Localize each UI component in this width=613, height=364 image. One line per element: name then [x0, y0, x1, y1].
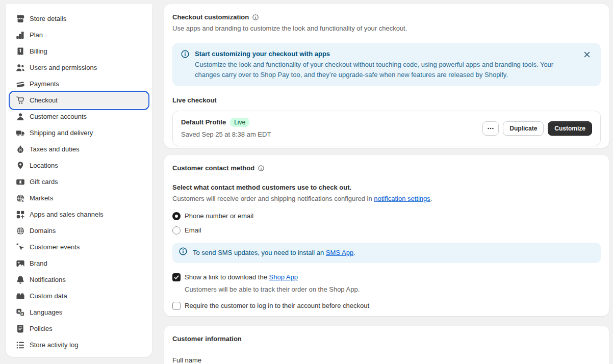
info-icon[interactable] [258, 165, 265, 172]
checkout-customization-card: Checkout customization Use apps and bran… [164, 4, 609, 148]
sidebar-item-customer-events[interactable]: Customer events [10, 239, 148, 255]
sidebar-item-plan[interactable]: Plan [10, 27, 148, 43]
card-title: Customer information [172, 334, 242, 344]
checkbox-checked-icon [172, 273, 181, 281]
sidebar-item-payments[interactable]: Payments [10, 76, 148, 92]
users-icon [15, 63, 25, 73]
notifications-bell-icon [15, 275, 25, 285]
banner-title: Start customizing your checkout with app… [195, 49, 576, 59]
checkout-cart-icon [15, 95, 25, 106]
markets-globe-icon: $ [15, 193, 25, 203]
notification-settings-link[interactable]: notification settings [374, 195, 430, 202]
sidebar-item-domains[interactable]: Domains [10, 223, 148, 239]
sidebar-item-label: Domains [30, 226, 56, 236]
sidebar-item-shipping-and-delivery[interactable]: Shipping and delivery [10, 125, 148, 141]
sidebar-item-label: Policies [30, 324, 53, 334]
sidebar-item-custom-data[interactable]: Custom data [10, 288, 148, 304]
card-subtitle: Use apps and branding to customize the l… [172, 23, 601, 34]
apps-info-banner: Start customizing your checkout with app… [172, 43, 601, 86]
settings-page: { "sidebar": { "items": [ {"label": "Sto… [0, 0, 613, 364]
customer-events-icon [15, 242, 25, 252]
sidebar-item-customer-accounts[interactable]: Customer accounts [10, 109, 148, 125]
activity-log-icon [15, 340, 25, 350]
sidebar-item-store-details[interactable]: Store details [10, 11, 148, 27]
live-checkout-heading: Live checkout [172, 95, 601, 106]
billing-icon [15, 46, 25, 57]
profile-saved-timestamp: Saved Sep 25 at 8:38 am EDT [181, 129, 271, 140]
radio-unselected-icon [172, 226, 181, 235]
sidebar-item-label: Notifications [30, 275, 66, 285]
store-icon [15, 14, 25, 24]
svg-text:$: $ [22, 199, 24, 202]
sidebar-item-label: Users and permissions [30, 63, 97, 73]
sms-banner-text: To send SMS updates, you need to install… [193, 248, 355, 258]
shop-app-link[interactable]: Shop App [269, 273, 298, 281]
sms-app-link[interactable]: SMS App [326, 249, 353, 256]
close-icon[interactable] [581, 49, 593, 60]
radio-phone-or-email[interactable]: Phone number or email [172, 211, 601, 221]
domains-globe-icon [15, 226, 25, 236]
sidebar-item-label: Apps and sales channels [30, 210, 104, 220]
ellipsis-icon [487, 124, 495, 133]
contact-method-description: Customers will receive order and shippin… [172, 194, 601, 204]
sidebar-item-label: Store activity log [30, 340, 78, 350]
radio-selected-icon [172, 212, 181, 220]
sidebar-item-notifications[interactable]: Notifications [10, 272, 148, 288]
sidebar-item-billing[interactable]: Billing [10, 43, 148, 60]
location-pin-icon [15, 161, 25, 171]
sidebar-item-languages[interactable]: Aa Languages [10, 304, 148, 321]
live-status-badge: Live [230, 118, 249, 127]
sidebar-item-label: Languages [30, 307, 62, 318]
sidebar-item-label: Checkout [30, 95, 58, 106]
payments-icon [15, 79, 25, 89]
full-name-label: Full name [172, 355, 601, 364]
checkbox-unchecked-icon [172, 302, 181, 310]
sidebar-item-label: Gift cards [30, 177, 58, 187]
gift-card-icon [15, 177, 25, 187]
sidebar-item-label: Brand [30, 258, 47, 269]
taxes-icon [15, 144, 25, 154]
sms-info-banner: To send SMS updates, you need to install… [172, 243, 601, 263]
sidebar-item-label: Shipping and delivery [30, 128, 93, 138]
checkbox-require-login[interactable]: Require the customer to log in to their … [172, 301, 601, 311]
brand-image-icon [15, 258, 25, 269]
svg-text:a: a [21, 312, 23, 316]
sidebar-item-policies[interactable]: Policies [10, 321, 148, 337]
card-title: Checkout customization [172, 12, 249, 22]
sidebar-item-store-activity-log[interactable]: Store activity log [10, 337, 148, 353]
sidebar-item-gift-cards[interactable]: Gift cards [10, 174, 148, 190]
plan-icon [15, 30, 25, 40]
contact-method-lead: Select what contact method customers use… [172, 183, 601, 193]
custom-data-icon [15, 291, 25, 301]
sidebar-item-label: Plan [30, 30, 43, 40]
info-icon [178, 247, 188, 259]
customer-contact-card: Customer contact method Select what cont… [164, 155, 609, 316]
shipping-truck-icon [15, 128, 25, 138]
sidebar-item-taxes-and-duties[interactable]: Taxes and duties [10, 141, 148, 158]
banner-body: Customize the look and functionality of … [195, 60, 576, 80]
sidebar-item-label: Customer accounts [30, 112, 87, 122]
profile-menu-button[interactable] [482, 121, 499, 136]
sidebar-item-apps-and-sales-channels[interactable]: Apps and sales channels [10, 206, 148, 223]
customer-accounts-icon [15, 112, 25, 122]
sidebar-item-users-and-permissions[interactable]: Users and permissions [10, 60, 148, 76]
languages-icon: Aa [15, 307, 25, 318]
apps-icon [15, 210, 25, 220]
sidebar-item-label: Billing [30, 46, 47, 57]
info-icon[interactable] [252, 14, 259, 21]
checkbox-shop-app[interactable]: Show a link to download the Shop App [172, 272, 601, 282]
duplicate-button[interactable]: Duplicate [503, 121, 544, 136]
sidebar-item-brand[interactable]: Brand [10, 255, 148, 272]
checkout-profile-row: Default Profile Live Saved Sep 25 at 8:3… [172, 111, 601, 146]
sidebar-item-checkout[interactable]: Checkout [10, 92, 148, 109]
sidebar-item-label: Custom data [30, 291, 67, 301]
customize-button[interactable]: Customize [548, 121, 592, 136]
sidebar-item-locations[interactable]: Locations [10, 158, 148, 174]
radio-email[interactable]: Email [172, 225, 601, 236]
shop-app-help-text: Customers will be able to track their or… [185, 284, 601, 295]
sidebar-item-label: Customer events [30, 242, 80, 252]
sidebar-item-markets[interactable]: $ Markets [10, 190, 148, 206]
sidebar-item-label: Locations [30, 161, 58, 171]
sidebar-item-label: Store details [30, 14, 66, 24]
card-title: Customer contact method [172, 163, 254, 173]
